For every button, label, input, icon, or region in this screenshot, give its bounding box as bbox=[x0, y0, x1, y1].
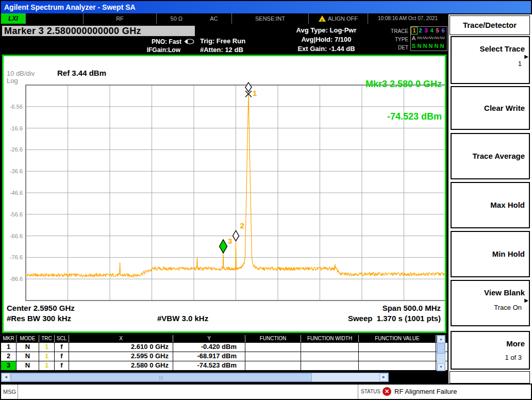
hscroll-grip bbox=[159, 376, 164, 380]
y-axis-tick-label: -6.56 bbox=[10, 104, 23, 110]
cell-trc: 1 bbox=[39, 343, 55, 352]
window-titlebar: Agilent Spectrum Analyzer - Swept SA bbox=[1, 1, 531, 13]
scroll-down-icon[interactable] bbox=[437, 363, 445, 371]
y-axis-tick-label: -46.6 bbox=[10, 190, 23, 196]
softkey-min-hold[interactable]: Min Hold bbox=[451, 231, 530, 277]
softkey-clear-write[interactable]: Clear Write bbox=[451, 86, 530, 130]
trace-type-average: A bbox=[411, 35, 417, 42]
marker-result-readout: Mkr3 2.580 0 GHz -74.523 dBm bbox=[365, 57, 442, 144]
cell-function_width bbox=[301, 343, 359, 352]
trace-type-write-icon bbox=[422, 35, 428, 42]
detector-3: N bbox=[422, 43, 428, 49]
cell-y: -68.917 dBm bbox=[173, 352, 245, 361]
marker-table-row[interactable]: 3N1f2.580 0 GHz-74.523 dBm bbox=[1, 361, 447, 370]
y-axis-tick-label: -66.6 bbox=[10, 233, 23, 239]
trace-type-write-icon bbox=[439, 35, 445, 42]
softkey-trace-average[interactable]: Trace Average bbox=[451, 133, 530, 179]
vbw-annotation: #VBW 3.0 kHz bbox=[157, 314, 208, 323]
msgbar-divider bbox=[18, 385, 18, 399]
ifgain-status: IFGain:Low bbox=[78, 46, 180, 54]
span-annotation: Span 500.0 MHz bbox=[383, 304, 441, 312]
marker-table-row[interactable]: 2N1f2.595 0 GHz-68.917 dBm bbox=[1, 352, 447, 361]
cell-mkr: 1 bbox=[1, 343, 16, 352]
marker-2-symbol: 2 bbox=[233, 221, 244, 241]
log-scale-label: Log bbox=[7, 77, 18, 85]
cell-y: -74.523 dBm bbox=[173, 361, 245, 370]
column-header-function-value: FUNCTION VALUE bbox=[359, 335, 436, 342]
trace-number-6: 6 bbox=[440, 27, 446, 34]
scale-per-div-label: 10 dB/div bbox=[7, 70, 35, 77]
detector-1: S bbox=[411, 43, 417, 49]
trace-number-2: 2 bbox=[418, 27, 423, 34]
align-status-cell: !ALIGN OFF bbox=[309, 13, 368, 24]
rf-indicator: RF bbox=[84, 13, 157, 24]
marker-table-scrollbar[interactable] bbox=[437, 335, 445, 371]
softkey-label: Max Hold bbox=[490, 201, 525, 209]
detector-2: N bbox=[417, 43, 422, 49]
marker-ampl-readout: -74.523 dBm bbox=[365, 111, 442, 122]
scroll-up-icon[interactable] bbox=[437, 336, 445, 343]
marker-3-label: 3 bbox=[228, 237, 232, 245]
trace-type-write-icon bbox=[428, 35, 434, 42]
vscroll-thumb[interactable] bbox=[437, 343, 445, 354]
status-cell-empty-1 bbox=[26, 13, 84, 24]
continuous-sweep-icon bbox=[184, 38, 195, 45]
avg-hold-label: Avg|Hold: 7/100 bbox=[282, 35, 371, 44]
cell-scl: f bbox=[55, 361, 69, 370]
legend-det-label: DET bbox=[383, 44, 408, 52]
hscroll-thumb[interactable] bbox=[11, 373, 312, 381]
cell-function_width bbox=[301, 352, 359, 361]
cell-y: -0.420 dBm bbox=[173, 343, 245, 352]
softkey-sub-label: 1 bbox=[518, 60, 522, 68]
pno-label: PNO: Fast bbox=[152, 38, 181, 45]
sweep-annotation: Sweep 1.370 s (1001 pts) bbox=[348, 314, 441, 323]
column-header-y: Y bbox=[173, 335, 245, 342]
softkey-select-trace[interactable]: Select Trace1 bbox=[451, 36, 530, 84]
trigger-status: Trig: Free Run bbox=[200, 37, 245, 45]
column-header-x: X bbox=[69, 335, 173, 342]
average-status-block: Avg Type: Log-Pwr Avg|Hold: 7/100 Ext Ga… bbox=[282, 26, 371, 54]
trace-number-3: 3 bbox=[423, 27, 429, 34]
legend-detector-row: SNNNNN bbox=[411, 42, 447, 50]
error-icon bbox=[383, 387, 391, 396]
cell-mkr: 3 bbox=[1, 361, 16, 370]
sense-indicator: SENSE:INT bbox=[232, 13, 309, 24]
trace-number-5: 5 bbox=[435, 27, 440, 34]
softkey-max-hold[interactable]: Max Hold bbox=[451, 182, 530, 228]
cell-mode: N bbox=[16, 361, 39, 370]
top-status-row: LXI RF 50 Ω AC SENSE:INT !ALIGN OFF 10:0… bbox=[1, 13, 447, 24]
marker-2-label: 2 bbox=[240, 221, 244, 230]
ext-gain-label: Ext Gain: -1.44 dB bbox=[282, 44, 371, 54]
cell-function bbox=[245, 343, 301, 352]
marker-table: MKRMODETRCSCLXYFUNCTIONFUNCTION WIDTHFUN… bbox=[1, 335, 447, 372]
attenuation-status: #Atten: 12 dB bbox=[200, 46, 243, 54]
cell-trc: 1 bbox=[39, 352, 55, 361]
coupling-label: AC bbox=[210, 13, 218, 24]
analyzer-screen: Agilent Spectrum Analyzer - Swept SA LXI… bbox=[0, 0, 532, 400]
legend-type-row: A bbox=[411, 35, 447, 42]
softkey-more[interactable]: More1 of 3 bbox=[451, 331, 530, 370]
cell-x: 2.580 0 GHz bbox=[69, 361, 173, 370]
column-header-trc: TRC bbox=[39, 335, 55, 342]
message-status-bar: MSG STATUS RF Alignment Failure bbox=[1, 384, 531, 399]
marker-table-row[interactable]: 1N1f2.610 0 GHz-0.420 dBm bbox=[1, 342, 447, 352]
cell-x: 2.595 0 GHz bbox=[69, 352, 173, 361]
y-axis-tick-label: -86.6 bbox=[10, 276, 23, 282]
softkey-view-blank[interactable]: View BlankTrace On bbox=[451, 280, 530, 326]
y-axis-tick-label: -16.6 bbox=[10, 125, 23, 131]
cell-mkr: 2 bbox=[1, 352, 16, 361]
scroll-right-icon[interactable] bbox=[379, 373, 388, 381]
column-header-mkr: MKR bbox=[1, 335, 16, 342]
cell-trc: 1 bbox=[39, 361, 55, 370]
column-header-function-width: FUNCTION WIDTH bbox=[301, 335, 359, 342]
scroll-left-icon[interactable] bbox=[2, 373, 10, 381]
softkey-sub-label: Trace On bbox=[494, 304, 522, 311]
submenu-arrow-icon bbox=[524, 297, 528, 303]
align-status-label: ALIGN OFF bbox=[328, 15, 358, 22]
lxi-indicator: LXI bbox=[1, 13, 26, 24]
horizontal-scrollbar[interactable] bbox=[1, 373, 389, 382]
softkey-label: View Blank bbox=[484, 288, 525, 297]
cell-function_value bbox=[359, 343, 436, 352]
y-axis-tick-label: -36.6 bbox=[10, 168, 23, 174]
menu-bottom-box bbox=[450, 371, 530, 384]
